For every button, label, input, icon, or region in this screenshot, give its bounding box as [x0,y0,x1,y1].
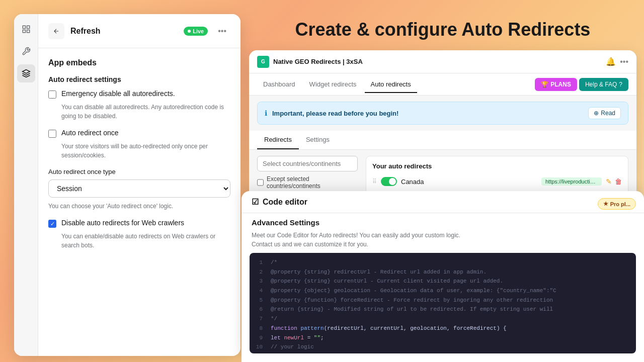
tab-widget-redirects[interactable]: Widget redirects [303,76,363,93]
redirect-item-canada: ⠿ Canada https://liveproduction... ✎ 🗑 [372,175,622,188]
sub-tabs: Redirects Settings [249,131,636,150]
except-checkbox[interactable] [257,179,264,186]
tab-dashboard[interactable]: Dashboard [257,76,301,93]
emergency-desc: You can disable all autoredirects. Any a… [61,103,230,121]
app-nav: Dashboard Widget redirects Auto redirect… [249,73,636,96]
more-options-button[interactable]: ••• [214,25,230,38]
app-header-icons: 🔔 ••• [606,57,628,66]
action-icons-canada: ✎ 🗑 [606,177,622,186]
panel-title: Refresh [70,27,178,36]
emergency-label: Emergency disable all autoredirects. [61,89,175,98]
once-desc: Your store visitors will be auto-redirec… [61,142,230,160]
page-title: Create & configure Auto Redirects [252,19,634,40]
webcrawlers-checkbox[interactable] [48,220,56,228]
code-line-10: 10 // your logic [255,342,631,352]
sub-tab-settings[interactable]: Settings [299,131,337,149]
svg-rect-3 [27,30,29,33]
svg-rect-2 [23,30,25,33]
once-label: Auto redirect once [61,129,119,137]
code-editor-title: ☑ Code editor [252,197,307,207]
app-logo: G [257,56,269,68]
live-badge: Live [184,27,208,36]
code-line-2: 2 @property {string} redirectUrl - Redir… [255,267,631,277]
code-line-3: 3 @property {string} currentUrl - Curren… [255,277,631,286]
info-text: Important, please read before you begin! [272,110,398,117]
code-line-6: 6 @return {string} - Modified string of … [255,305,631,314]
auto-redirect-settings-title: Auto redirect settings [48,75,230,83]
bell-icon[interactable]: 🔔 [606,57,616,66]
sub-tab-redirects[interactable]: Redirects [257,131,299,149]
panel-content: App embeds Auto redirect settings Emerge… [38,48,240,356]
drag-handle[interactable]: ⠿ [372,178,377,185]
code-editor-header: ☑ Code editor [242,191,644,213]
except-checkbox-row: Except selected countries/continents [257,175,358,190]
code-block: 1/* 2 @property {string} redirectUrl - R… [250,253,636,353]
plans-button[interactable]: 🏆 PLANS [535,78,577,91]
panel-header: Refresh Live ••• [38,14,240,48]
code-line-9: 9 let newUrl = ""; [255,333,631,343]
once-checkbox-row: Auto redirect once [48,129,230,138]
info-banner: ℹ Important, please read before you begi… [257,102,628,125]
sidebar [14,14,38,356]
once-type-select[interactable]: Session [48,179,230,198]
webcrawlers-checkbox-row: Disable auto redirects for Web crawlers [48,219,230,228]
tab-auto-redirects[interactable]: Auto redirects [365,76,417,93]
country-input[interactable] [257,156,358,171]
more-icon[interactable]: ••• [620,57,628,66]
url-badge-canada: https://liveproduction... [541,177,602,186]
delete-canada[interactable]: 🗑 [615,177,622,186]
sidebar-icon-tools[interactable] [17,42,35,60]
read-button[interactable]: ⊕ Read [588,107,621,119]
info-icon: ℹ [265,109,267,117]
redirects-title: Your auto redirects [372,162,622,170]
except-label: Except selected countries/continents [267,175,358,190]
pro-badge[interactable]: ★ Pro pl... [598,198,636,210]
sidebar-icon-apps[interactable] [17,64,35,82]
live-dot [188,30,191,33]
once-checkbox[interactable] [48,130,56,138]
once-type-desc: You can choose your 'Auto redirect once'… [48,202,230,211]
code-line-1: 1/* [255,258,631,267]
sidebar-icon-grid[interactable] [17,20,35,38]
country-canada: Canada [401,178,537,186]
edit-canada[interactable]: ✎ [606,177,612,186]
code-line-4: 4 @property {object} geolocation - Geolo… [255,286,631,296]
svg-rect-0 [23,26,25,28]
webcrawlers-label: Disable auto redirects for Web crawlers [61,219,184,227]
svg-rect-1 [27,26,29,28]
app-embeds-title: App embeds [48,58,230,67]
code-editor-icon: ☑ [252,197,259,207]
code-line-7: 7*/ [255,314,631,324]
app-header: G Native GEO Redirects | 3xSA 🔔 ••• [249,50,636,73]
code-line-11: 11 // force redirection logic: [255,352,631,353]
advanced-settings-title: Advanced Settings [242,213,644,227]
app-name: Native GEO Redirects | 3xSA [273,58,602,65]
left-panel: Refresh Live ••• App embeds Auto redirec… [14,14,240,356]
emergency-checkbox-row: Emergency disable all autoredirects. [48,89,230,99]
help-icon: ? [619,81,622,88]
webcrawlers-desc: You can enable/disable auto redirects on… [61,232,230,250]
advanced-desc: Meet our Code Editor for Auto redirects!… [242,227,644,253]
star-icon: ★ [603,201,608,207]
code-editor-card: ☑ Code editor Advanced Settings Meet our… [242,191,644,362]
code-line-5: 5 @property {function} forceRedirect - F… [255,296,631,305]
back-button[interactable] [48,23,64,39]
once-type-label: Auto redirect once type [48,168,230,175]
help-button[interactable]: Help & FAQ ? [579,78,628,91]
code-line-8: 8 function pattern(redirectUrl, currentU… [255,324,631,333]
toggle-canada[interactable] [381,177,397,186]
emergency-checkbox[interactable] [48,90,56,99]
plans-icon: 🏆 [541,81,548,88]
